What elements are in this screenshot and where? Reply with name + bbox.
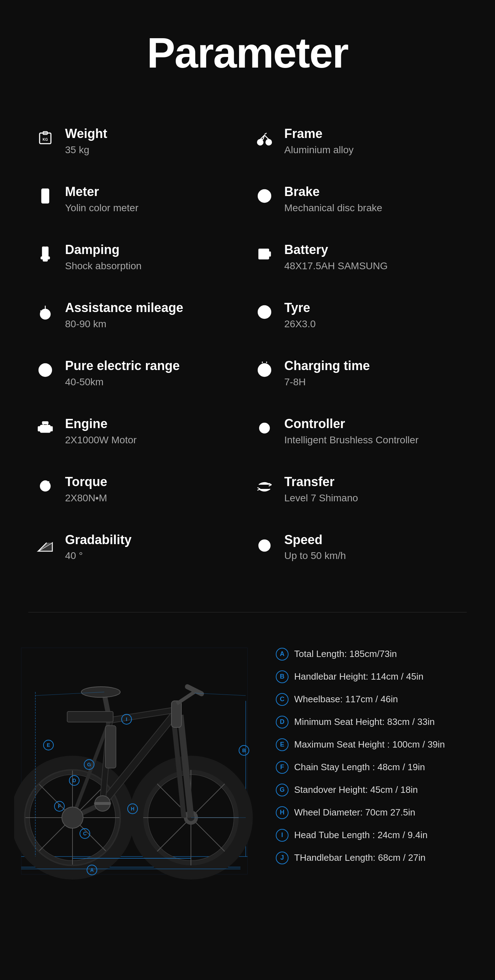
param-gradability: Gradability40 °	[28, 519, 248, 577]
param-damping-label: Damping	[65, 243, 141, 257]
spec-badge-i: I	[276, 829, 289, 842]
mileage-icon	[35, 302, 55, 322]
header-section: Parameter	[0, 0, 495, 99]
spec-text-j: THandlebar Length: 68cm / 27in	[294, 852, 425, 863]
page-wrapper: Parameter KGWeight35 kgFrameAluminium al…	[0, 0, 495, 917]
params-section: KGWeight35 kgFrameAluminium alloyMeterYo…	[0, 99, 495, 605]
spec-badge-j: J	[276, 851, 289, 864]
param-weight-label: Weight	[65, 127, 107, 141]
param-speed: SpeedUp to 50 km/h	[248, 519, 467, 577]
svg-text:F: F	[58, 803, 61, 809]
svg-point-61	[43, 484, 47, 488]
svg-text:H: H	[131, 806, 134, 811]
svg-line-9	[265, 133, 267, 134]
param-assistance-label: Assistance mileage	[65, 301, 183, 315]
param-electric_range-label: Pure electric range	[65, 359, 179, 373]
svg-rect-105	[171, 701, 181, 727]
spec-text-e: Maximum Seat Height : 100cm / 39in	[294, 739, 445, 750]
svg-point-109	[81, 687, 120, 697]
bike-specs-list: ATotal Length: 185cm/73inBHandlebar Heig…	[276, 641, 481, 864]
spec-item-b: BHandlebar Height: 114cm / 45in	[276, 670, 481, 683]
param-brake: BrakeMechanical disc brake	[248, 170, 467, 229]
svg-rect-112	[67, 711, 113, 722]
spec-item-h: HWheel Diameter: 70cm 27.5in	[276, 806, 481, 819]
speed-icon	[255, 534, 274, 554]
section-divider	[28, 612, 467, 612]
param-tyre: Tyre26X3.0	[248, 286, 467, 345]
param-torque-value: 2X80N•M	[65, 492, 107, 504]
param-brake-value: Mechanical disc brake	[284, 202, 382, 215]
param-battery-label: Battery	[284, 243, 388, 257]
param-battery-value: 48X17.5AH SAMSUNG	[284, 260, 388, 272]
param-weight: KGWeight35 kg	[28, 113, 248, 170]
param-charging-label: Charging time	[284, 359, 370, 373]
param-brake-label: Brake	[284, 185, 382, 199]
brake-icon	[255, 186, 274, 206]
spec-text-b: Handlebar Height: 114cm / 45in	[294, 671, 424, 682]
charging-icon	[255, 360, 274, 380]
param-engine-label: Engine	[65, 417, 136, 431]
svg-text:KG: KG	[43, 138, 48, 142]
svg-text:E: E	[47, 742, 50, 748]
spec-item-c: CWheelbase: 117cm / 46in	[276, 693, 481, 706]
svg-text:C: C	[83, 831, 87, 836]
spec-text-g: Standover Height: 45cm / 18in	[294, 784, 418, 795]
spec-item-j: JTHandlebar Length: 68cm / 27in	[276, 851, 481, 864]
param-meter: MeterYolin color meter	[28, 170, 248, 229]
param-engine-value: 2X1000W Motor	[65, 434, 136, 447]
params-grid: KGWeight35 kgFrameAluminium alloyMeterYo…	[28, 113, 467, 577]
param-meter-value: Yolin color meter	[65, 202, 139, 215]
spec-text-d: Minimum Seat Height: 83cm / 33in	[294, 716, 435, 727]
svg-line-107	[187, 687, 201, 694]
svg-line-63	[269, 485, 271, 486]
param-electric_range: Pure electric range40-50km	[28, 345, 248, 402]
spec-badge-b: B	[276, 670, 289, 683]
svg-rect-20	[43, 259, 48, 261]
param-torque: Torque2X80N•M	[28, 461, 248, 519]
spec-text-a: Total Length: 185cm/73in	[294, 649, 397, 659]
svg-text:D: D	[73, 778, 76, 783]
svg-text:A: A	[90, 867, 94, 873]
svg-point-16	[263, 195, 265, 197]
engine-icon	[35, 418, 55, 438]
param-tyre-label: Tyre	[284, 301, 316, 315]
svg-point-58	[263, 427, 265, 429]
spec-item-g: GStandover Height: 45cm / 18in	[276, 784, 481, 796]
electric-icon	[35, 360, 55, 380]
svg-rect-48	[50, 427, 52, 431]
controller-icon	[255, 418, 274, 438]
param-speed-value: Up to 50 km/h	[284, 549, 346, 562]
svg-point-71	[263, 544, 265, 547]
param-electric_range-value: 40-50km	[65, 376, 179, 388]
gradability-icon	[35, 534, 55, 554]
param-tyre-value: 26X3.0	[284, 318, 316, 331]
param-battery: Battery48X17.5AH SAMSUNG	[248, 229, 467, 286]
spec-text-f: Chain Stay Length : 48cm / 19in	[294, 762, 425, 773]
svg-text:B: B	[242, 748, 246, 753]
bike-section: A B C D E F G	[0, 619, 495, 917]
weight-icon: KG	[35, 128, 55, 148]
battery-icon	[255, 244, 274, 264]
spec-item-f: FChain Stay Length : 48cm / 19in	[276, 761, 481, 774]
param-gradability-value: 40 °	[65, 549, 132, 562]
spec-badge-d: D	[276, 716, 289, 729]
param-charging: Charging time7-8H	[248, 345, 467, 402]
spec-text-h: Wheel Diameter: 70cm 27.5in	[294, 807, 415, 818]
spec-badge-h: H	[276, 806, 289, 819]
svg-rect-111	[105, 725, 116, 768]
svg-point-33	[263, 311, 266, 313]
spec-badge-e: E	[276, 738, 289, 751]
param-transfer-value: Level 7 Shimano	[284, 492, 358, 504]
bike-diagram: A B C D E F G	[14, 641, 262, 888]
param-frame-label: Frame	[284, 127, 354, 141]
spec-badge-g: G	[276, 784, 289, 796]
param-damping-value: Shock absorption	[65, 260, 141, 272]
param-controller: ControllerIntelligent Brushless Controll…	[248, 402, 467, 461]
param-controller-value: Intelligent Brushless Controller	[284, 434, 419, 447]
svg-point-110	[62, 807, 83, 828]
spec-item-e: EMaximum Seat Height : 100cm / 39in	[276, 738, 481, 751]
svg-rect-47	[38, 427, 40, 431]
svg-text:I: I	[126, 716, 127, 722]
spec-item-d: DMinimum Seat Height: 83cm / 33in	[276, 716, 481, 729]
param-charging-value: 7-8H	[284, 376, 370, 388]
